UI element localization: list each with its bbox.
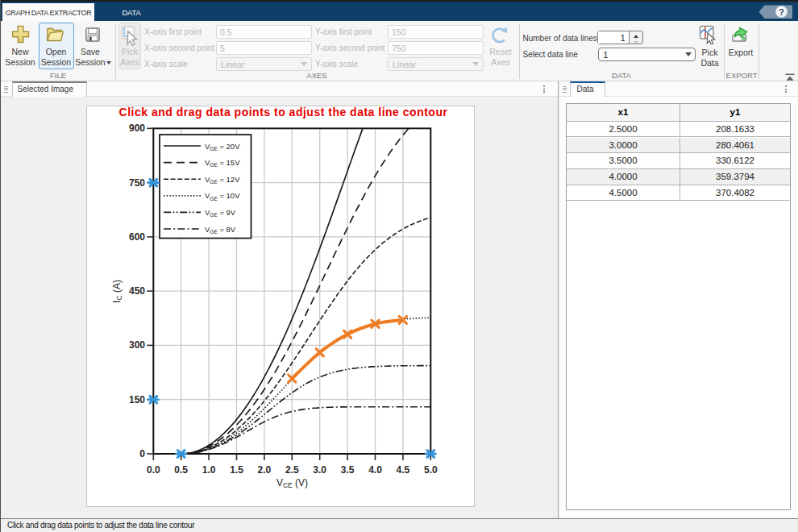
svg-text:0: 0 xyxy=(139,448,145,459)
svg-text:450: 450 xyxy=(128,285,144,297)
svg-text:4.5: 4.5 xyxy=(396,464,409,476)
svg-text:?: ? xyxy=(779,7,784,17)
svg-text:5.0: 5.0 xyxy=(423,464,437,476)
svg-text:300: 300 xyxy=(128,339,144,351)
svg-text:Click and drag data points to: Click and drag data points to adjust the… xyxy=(118,106,447,118)
svg-text:VGE = 9V: VGE = 9V xyxy=(205,207,236,217)
svg-text:150: 150 xyxy=(128,393,144,405)
svg-text:IC (A): IC (A) xyxy=(110,280,123,303)
svg-text:1.5: 1.5 xyxy=(230,464,243,476)
svg-text:750: 750 xyxy=(128,177,144,188)
svg-text:3.5: 3.5 xyxy=(340,464,354,476)
svg-text:2.5: 2.5 xyxy=(285,464,298,476)
svg-text:0.0: 0.0 xyxy=(146,464,160,476)
svg-text:900: 900 xyxy=(128,123,144,134)
svg-text:1.0: 1.0 xyxy=(202,464,215,476)
svg-text:VGE = 8V: VGE = 8V xyxy=(205,224,236,234)
svg-text:4.0: 4.0 xyxy=(368,464,382,476)
svg-text:3.0: 3.0 xyxy=(313,464,326,476)
svg-text:600: 600 xyxy=(128,231,144,242)
svg-text:2.0: 2.0 xyxy=(257,464,271,476)
svg-text:0.5: 0.5 xyxy=(174,464,188,476)
svg-text:VCE (V): VCE (V) xyxy=(276,476,307,489)
